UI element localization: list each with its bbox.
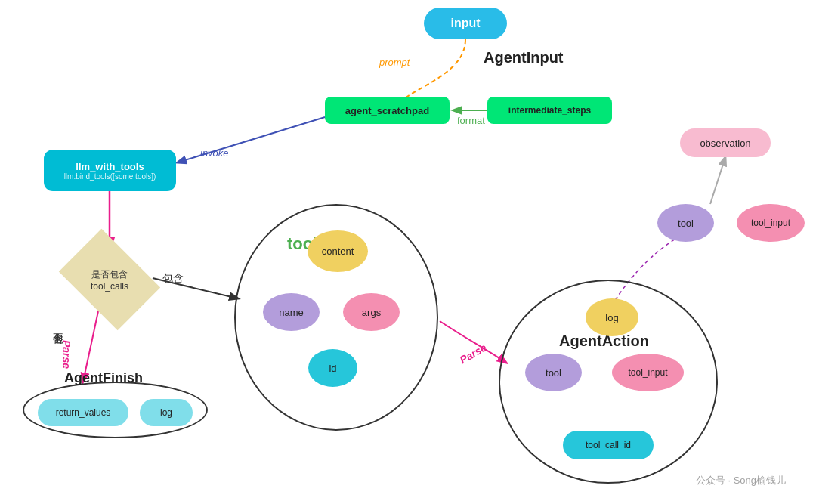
- diamond-line2: tool_calls: [91, 281, 128, 292]
- baohang-label: 包含: [162, 272, 184, 286]
- intermediate-steps-node: intermediate_steps: [487, 97, 612, 124]
- content-label: content: [322, 246, 354, 257]
- log-action-label: log: [605, 312, 618, 323]
- intermediate-steps-label: intermediate_steps: [508, 105, 591, 116]
- llm-with-tools-node: llm_with_tools llm.bind_tools([some tool…: [44, 150, 176, 191]
- invoke-label: invoke: [200, 147, 229, 159]
- input-node: input: [424, 8, 507, 39]
- log-action-node: log: [586, 298, 638, 336]
- name-node: name: [263, 293, 320, 331]
- tool-input-top-node: tool_input: [737, 204, 805, 242]
- name-label: name: [279, 307, 304, 318]
- args-node: args: [343, 293, 400, 331]
- tool-call-id-node: tool_call_id: [563, 431, 654, 459]
- tool-top-node: tool: [657, 204, 714, 242]
- tool-top-label: tool: [678, 218, 694, 229]
- id-label: id: [329, 363, 336, 374]
- agent-input-label: AgentInput: [484, 49, 564, 66]
- return-values-label: return_values: [56, 407, 111, 418]
- scratchpad-node: agent_scratchpad: [325, 97, 450, 124]
- return-values-node: return_values: [38, 399, 128, 426]
- llm-label: llm_with_tools: [76, 161, 144, 172]
- tool-input-action-node: tool_input: [612, 354, 684, 391]
- tool-call-id-label: tool_call_id: [586, 440, 631, 450]
- tool-action-node: tool: [525, 354, 582, 391]
- svg-line-5: [710, 157, 725, 204]
- id-node: id: [308, 349, 357, 387]
- tool-action-label: tool: [546, 367, 561, 379]
- content-node: content: [308, 230, 368, 272]
- diamond-node: 是否包含 tool_calls: [68, 249, 151, 310]
- parse-right-label: Parse: [458, 342, 489, 366]
- prompt-label: prompt: [379, 57, 410, 68]
- args-label: args: [362, 307, 381, 318]
- agent-finish-label: AgentFinish: [64, 370, 143, 386]
- format-label: format: [457, 115, 485, 126]
- observation-node: observation: [680, 128, 771, 157]
- input-label: input: [450, 17, 480, 30]
- observation-label: observation: [700, 138, 750, 149]
- watermark: 公众号 · Song榆钱儿: [696, 474, 786, 487]
- scratchpad-label: agent_scratchpad: [345, 105, 429, 116]
- tool-input-action-label: tool_input: [628, 367, 667, 378]
- parse-left-label: Parse: [60, 340, 73, 369]
- log-finish-label: log: [160, 407, 172, 418]
- diamond-line1: 是否包含: [91, 268, 128, 281]
- llm-sub-label: llm.bind_tools([some tools]): [64, 172, 156, 181]
- log-finish-node: log: [140, 399, 193, 426]
- tool-input-top-label: tool_input: [751, 218, 790, 228]
